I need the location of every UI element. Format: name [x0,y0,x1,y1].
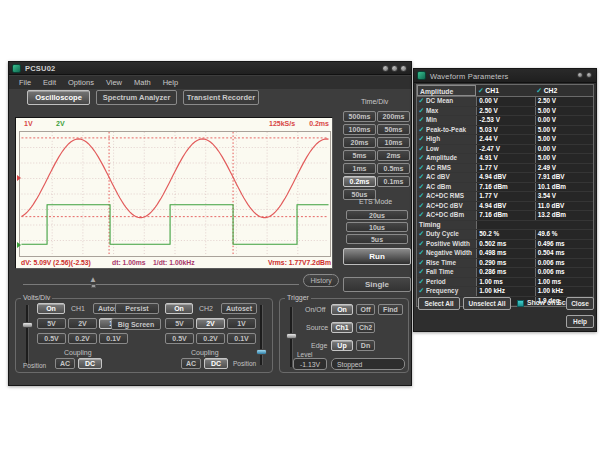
checkbox-icon[interactable]: ✓ [417,230,426,239]
menu-item[interactable]: File [13,76,37,89]
history-slider-handle-box[interactable] [91,284,96,288]
ch2-volts-button[interactable]: 0.1V [227,333,256,344]
history-slider[interactable] [23,284,299,285]
param-row[interactable]: ✓ Positive Width 0.502 ms 0.496 ms [417,240,593,250]
params-close-button[interactable] [586,72,592,78]
ch2-position-slider[interactable] [260,305,263,365]
checkbox-icon[interactable]: ✓ [417,278,426,287]
scope-plot-svg[interactable] [19,131,331,257]
param-row[interactable]: ✓ Frequency 1.00 kHz 1.00 kHz [417,287,593,297]
ch1-position-marker-icon[interactable] [17,175,21,181]
param-row[interactable]: ✓ AC+DC RMS 1.77 V 3.54 V [417,192,593,202]
checkbox-icon[interactable]: ✓ [417,116,426,125]
maximize-button[interactable] [391,65,398,72]
checkbox-icon[interactable]: ✓ [417,154,426,163]
ch1-position-handle[interactable] [22,322,33,328]
ch2-volts-button[interactable]: 5V [165,318,194,329]
history-slider-handle[interactable]: ▲ [89,276,97,284]
menu-item[interactable]: Edit [37,76,62,89]
menu-item[interactable]: View [100,76,128,89]
checkbox-icon[interactable]: ✓ [417,183,426,192]
checkbox-icon[interactable]: ✓ [476,85,485,96]
ch1-on-button[interactable]: On [37,303,65,314]
timediv-button[interactable]: 5ms [343,150,376,161]
ets-button[interactable]: 5us [346,234,408,244]
param-row[interactable]: ✓ DC Mean 0.00 V 2.50 V [417,97,593,107]
param-row[interactable]: ✓ Min -2.53 V 0.00 V [417,116,593,126]
param-row[interactable]: ✓ AC RMS 1.77 V 2.49 V [417,164,593,174]
ch2-volts-button[interactable]: 1V [227,318,256,329]
timediv-button[interactable]: 0.1ms [377,176,410,187]
param-row[interactable]: ✓ Low -2.47 V 0.00 V [417,145,593,155]
timediv-button[interactable]: 2ms [377,150,410,161]
ets-button[interactable]: 10us [346,222,408,232]
tab-spectrum-analyzer[interactable]: Spectrum Analyzer [96,90,177,105]
param-row[interactable]: ✓ AC dBm 7.16 dBm 10.1 dBm [417,183,593,193]
param-row[interactable]: ✓ Period 1.00 ms 1.00 ms [417,278,593,288]
help-button[interactable]: Help [566,315,594,328]
checkbox-icon[interactable]: ✓ [417,145,426,154]
ch2-coupling-dc-button[interactable]: DC [204,358,228,369]
param-row[interactable]: ✓ Fall Time 0.286 ms 0.006 ms [417,268,593,278]
ch2-on-button[interactable]: On [165,303,193,314]
trigger-level-slider[interactable] [290,307,293,367]
checkbox-icon[interactable]: ✓ [417,126,426,135]
trigger-off-button[interactable]: Off [356,304,375,315]
params-titlebar[interactable]: Waveform Parameters [414,69,596,83]
tab-transient-recorder[interactable]: Transient Recorder [183,90,259,105]
ch1-volts-button[interactable]: 0.2V [68,333,97,344]
params-minimize-button[interactable] [577,72,583,78]
ch1-volts-button[interactable]: 0.5V [37,333,66,344]
menu-item[interactable]: Math [128,76,157,89]
trigger-level-value[interactable]: -1.13V [293,358,327,370]
checkbox-icon[interactable]: ✓ [417,135,426,144]
unselect-all-button[interactable]: Unselect All [463,297,511,310]
trigger-find-button[interactable]: Find [378,304,403,315]
trigger-source-ch2-button[interactable]: Ch2 [356,322,375,333]
ch2-autoset-button[interactable]: Autoset [221,303,257,314]
persist-button[interactable]: Persist [115,303,159,314]
param-row[interactable]: ✓ Peak-to-Peak 5.03 V 5.00 V [417,126,593,136]
param-row[interactable]: ✓ AC+DC dBV 4.94 dBV 11.0 dBV [417,202,593,212]
checkbox-icon[interactable]: ✓ [417,249,426,258]
main-titlebar[interactable]: PCSU02 [9,62,411,75]
param-row[interactable]: ✓ Max 2.50 V 5.00 V [417,107,593,117]
ch2-volts-button[interactable]: 0.5V [165,333,194,344]
big-screen-button[interactable]: Big Screen [111,318,161,330]
select-all-button[interactable]: Select All [418,297,460,310]
ch1-volts-button[interactable]: 0.1V [99,333,128,344]
ch1-column-header[interactable]: ✓CH1 [476,85,534,96]
minimize-button[interactable] [382,65,389,72]
timediv-button[interactable]: 20ms [343,137,376,148]
single-button[interactable]: Single [343,277,411,292]
ch2-coupling-ac-button[interactable]: AC [181,358,201,369]
timediv-button[interactable]: 100ms [343,124,376,135]
checkbox-icon[interactable]: ✓ [417,259,426,268]
timediv-button[interactable]: 0.2ms [343,176,376,187]
menu-item[interactable]: Help [157,76,184,89]
checkbox-icon[interactable]: ✓ [417,164,426,173]
trigger-level-handle[interactable] [286,333,297,339]
timediv-button[interactable]: 0.5ms [377,163,410,174]
param-row[interactable]: ✓ Duty Cycle 50.2 % 49.6 % [417,230,593,240]
ch1-volts-button[interactable]: 5V [37,318,66,329]
checkbox-icon[interactable]: ✓ [417,97,426,106]
checkbox-icon[interactable]: ✓ [417,268,426,277]
trigger-on-button[interactable]: On [331,304,353,315]
ch1-position-slider[interactable] [26,305,29,365]
run-button[interactable]: Run [343,248,411,265]
timediv-button[interactable]: 500ms [343,111,376,122]
param-row[interactable]: ✓ AC+DC dBm 7.16 dBm 13.2 dBm [417,211,593,221]
trigger-edge-dn-button[interactable]: Dn [356,340,375,351]
param-row[interactable]: ✓ AC dBV 4.94 dBV 7.91 dBV [417,173,593,183]
show-on-screen-checkbox[interactable] [517,300,524,307]
timediv-button[interactable]: 200ms [377,111,410,122]
checkbox-icon[interactable]: ✓ [417,287,426,296]
ch2-position-marker-icon[interactable] [17,242,21,248]
ch2-column-header[interactable]: ✓CH2 [535,85,593,96]
ch1-coupling-dc-button[interactable]: DC [78,358,102,369]
ch2-volts-button[interactable]: 2V [196,318,225,329]
ch1-coupling-ac-button[interactable]: AC [55,358,75,369]
ets-button[interactable]: 20us [346,210,408,220]
checkbox-icon[interactable]: ✓ [417,173,426,182]
